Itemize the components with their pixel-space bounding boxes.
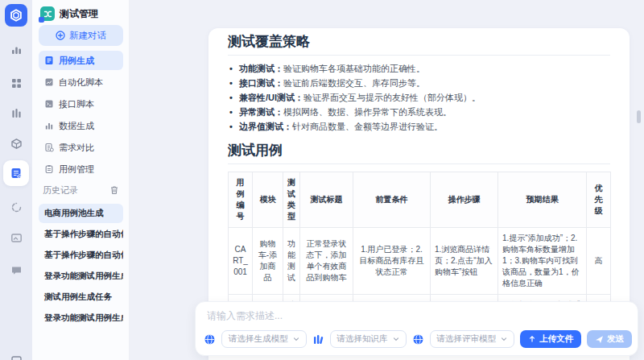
library-bars-icon [312, 333, 324, 346]
bottom-partial-icon[interactable] [10, 354, 23, 360]
terminal-square-icon [44, 99, 54, 109]
bullet-item: 兼容性/UI测试：验证界面交互与提示的友好性（部分体现）。 [229, 90, 610, 105]
menu-label: 用例生成 [59, 55, 94, 67]
history-item[interactable]: 测试用例生成任务 [39, 288, 123, 307]
chat-icon[interactable] [10, 263, 23, 276]
table-header-row: 用例编号 模块 测试类型 测试标题 前置条件 操作步骤 预期结果 优先级 [229, 172, 611, 228]
main-scrollbar-thumb[interactable] [637, 110, 641, 123]
cell-expected: 1.提示“添加成功”；2.购物车角标数量增加1；3.购物车内可找到该商品，数量为… [498, 228, 587, 295]
sidebar-item-case-manage[interactable]: 用例管理 [39, 159, 123, 179]
col-header: 预期结果 [498, 172, 587, 228]
menu-label: 接口脚本 [59, 98, 94, 110]
generate-model-select[interactable]: 请选择生成模型 [221, 330, 307, 348]
sidebar-menu: 用例生成 自动化脚本 接口脚本 数据生成 需求对比 用例管理 [32, 51, 130, 181]
sidebar-item-interface-script[interactable]: 接口脚本 [39, 94, 123, 114]
sidebar-item-automation-script[interactable]: 自动化脚本 [39, 72, 123, 92]
menu-label: 用例管理 [59, 163, 94, 176]
trash-icon[interactable] [109, 185, 119, 195]
clipboard-icon [44, 164, 54, 174]
plus-circle-icon [56, 31, 65, 40]
cell-steps: 1.浏览商品详情页；2.点击“加入购物车”按钮 [431, 228, 498, 295]
new-chat-button[interactable]: 新建对话 [39, 25, 123, 46]
history-title: 历史记录 [43, 184, 78, 197]
col-header: 测试标题 [300, 172, 353, 228]
app-title: 测试管理 [60, 7, 98, 21]
col-header: 操作步骤 [431, 172, 498, 228]
rail-item-case-generate[interactable] [3, 160, 29, 186]
chevron-down-icon [293, 336, 299, 342]
cell-type: 功能测试 [283, 228, 300, 295]
menu-label: 数据生成 [59, 120, 94, 132]
sidebar-item-requirement-compare[interactable]: 需求对比 [39, 138, 123, 157]
table-row: CART_001 购物车-添加商品 功能测试 正常登录状态下，添加单个有效商品到… [229, 228, 611, 295]
sphere-icon [412, 333, 424, 346]
script-image-icon [44, 77, 54, 87]
test-manage-app-icon [40, 6, 55, 21]
bullet-item: 功能测试：验证购物车各项基础功能的正确性。 [229, 61, 610, 76]
sidebar-item-case-generate[interactable]: 用例生成 [39, 51, 123, 70]
grid-icon[interactable] [10, 77, 23, 89]
send-button[interactable]: 发送 [587, 330, 632, 348]
menu-label: 自动化脚本 [59, 77, 103, 89]
paper-plane-icon [595, 335, 604, 344]
cell-id: CART_001 [229, 228, 253, 295]
compare-doc-icon [44, 143, 54, 152]
chevron-down-icon [393, 336, 399, 342]
menu-label: 需求对比 [59, 142, 94, 154]
cell-module: 购物车-添加商品 [253, 228, 283, 295]
composer: 请输入需求描述... 请选择生成模型 请选择知识库 [195, 301, 638, 356]
bullet-item: 边界值测试：针对商品数量、金额等边界进行验证。 [229, 119, 610, 134]
coverage-bullet-list: 功能测试：验证购物车各项基础功能的正确性。 接口测试：验证前后端数据交互、库存同… [229, 61, 610, 134]
bullet-item: 异常测试：模拟网络、数据、操作异常下的系统表现。 [229, 105, 610, 119]
sync-icon[interactable] [10, 201, 23, 213]
knowledge-base-select[interactable]: 请选择知识库 [330, 330, 407, 348]
upload-file-button[interactable]: 上传文件 [520, 330, 581, 348]
col-header: 前置条件 [353, 172, 431, 228]
bullet-item: 接口测试：验证前后端数据交互、库存同步等。 [229, 76, 610, 90]
section-title-coverage: 测试覆盖策略 [228, 33, 610, 56]
col-header: 优先级 [587, 172, 611, 228]
review-model-select[interactable]: 请选择评审模型 [430, 330, 515, 348]
cube-icon[interactable] [10, 137, 23, 150]
main-area: 测试覆盖策略 功能测试：验证购物车各项基础功能的正确性。 接口测试：验证前后端数… [130, 0, 644, 360]
sphere-icon [204, 333, 216, 346]
media-card-icon[interactable] [10, 231, 23, 244]
sidebar: 测试管理 新建对话 用例生成 自动化脚本 接口脚本 数据生成 [32, 0, 130, 360]
case-generate-icon [10, 167, 23, 180]
col-header: 模块 [253, 172, 283, 228]
requirement-input[interactable]: 请输入需求描述... [207, 309, 283, 323]
app-window: 测试管理 新建对话 用例生成 自动化脚本 接口脚本 数据生成 [0, 0, 644, 360]
stats-columns-icon[interactable] [10, 106, 23, 119]
cell-priority: 高 [587, 228, 611, 295]
bar-chart-icon[interactable] [10, 43, 23, 56]
history-item[interactable]: 基于操作步骤的自动化... [39, 246, 123, 265]
history-item[interactable]: 登录功能测试用例生成 [39, 267, 123, 286]
history-item[interactable]: 登录功能测试用例生成 [39, 308, 123, 328]
doc-blue-icon [44, 56, 54, 65]
history-list: 电商用例池生成 基于操作步骤的自动化... 基于操作步骤的自动化... 登录功能… [32, 204, 130, 329]
app-logo-icon[interactable] [5, 4, 27, 27]
sidebar-header: 测试管理 [40, 6, 98, 21]
upload-icon [528, 335, 536, 343]
cell-precondition: 1.用户已登录；2.目标商品有库存且状态正常 [353, 228, 431, 295]
col-header: 用例编号 [229, 172, 253, 228]
composer-controls: 请选择生成模型 请选择知识库 请选择评审模型 [204, 330, 630, 348]
history-item[interactable]: 电商用例池生成 [39, 204, 123, 223]
new-chat-label: 新建对话 [69, 30, 106, 42]
left-rail [0, 0, 32, 360]
data-chart-icon [44, 121, 54, 130]
chevron-down-icon [501, 336, 507, 342]
section-title-cases: 测试用例 [228, 142, 610, 164]
history-header: 历史记录 [32, 183, 130, 197]
cell-title: 正常登录状态下，添加单个有效商品到购物车 [300, 228, 353, 295]
col-header: 测试类型 [283, 172, 300, 228]
history-item[interactable]: 基于操作步骤的自动化... [39, 225, 123, 244]
sidebar-item-data-generate[interactable]: 数据生成 [39, 116, 123, 135]
